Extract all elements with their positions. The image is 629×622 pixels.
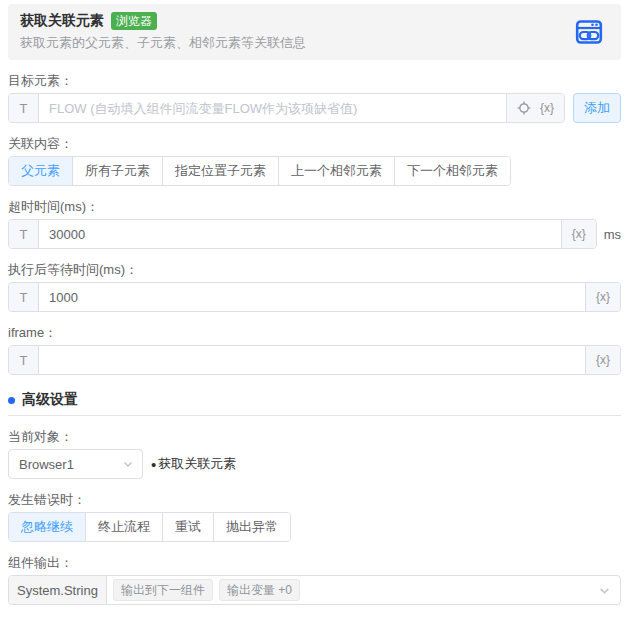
- element-picker-icon[interactable]: [517, 101, 531, 115]
- component-description: 获取元素的父元素、子元素、相邻元素等关联信息: [20, 34, 575, 52]
- target-element-label: 目标元素：: [8, 73, 621, 89]
- output-type: System.String: [9, 576, 107, 604]
- field-on-error: 发生错误时： 忽略继续 终止流程 重试 抛出异常: [8, 492, 621, 542]
- on-error-label: 发生错误时：: [8, 492, 621, 508]
- error-option-abort-flow[interactable]: 终止流程: [86, 513, 163, 541]
- output-tag-next-component[interactable]: 输出到下一组件: [113, 579, 213, 601]
- current-object-label: 当前对象：: [8, 429, 621, 445]
- field-relation-content: 关联内容： 父元素 所有子元素 指定位置子元素 上一个相邻元素 下一个相邻元素: [8, 136, 621, 186]
- page-title: 获取关联元素: [20, 12, 104, 30]
- section-divider: [8, 415, 621, 416]
- field-iframe: iframe： T {x}: [8, 325, 621, 375]
- category-badge: 浏览器: [111, 12, 157, 30]
- error-option-retry[interactable]: 重试: [163, 513, 214, 541]
- component-header: 获取关联元素 浏览器 获取元素的父元素、子元素、相邻元素等关联信息: [8, 4, 621, 60]
- current-object-value: Browser1: [19, 457, 122, 472]
- timeout-suffix: {x}: [561, 220, 596, 248]
- text-type-prefix: T: [9, 220, 39, 248]
- relation-segmented-group: 父元素 所有子元素 指定位置子元素 上一个相邻元素 下一个相邻元素: [8, 156, 511, 186]
- timeout-input[interactable]: [39, 220, 561, 248]
- timeout-label: 超时时间(ms)：: [8, 199, 621, 215]
- target-element-input[interactable]: [39, 94, 506, 122]
- field-component-output: 组件输出： System.String 输出到下一组件 输出变量 +0: [8, 555, 621, 605]
- current-object-select[interactable]: Browser1: [8, 449, 143, 479]
- field-current-object: 当前对象： Browser1 • 获取关联元素: [8, 429, 621, 479]
- browser-link-icon: [575, 18, 603, 46]
- iframe-input-group: T {x}: [8, 345, 621, 375]
- variable-icon[interactable]: {x}: [540, 101, 554, 115]
- wait-after-input[interactable]: [39, 283, 585, 311]
- iframe-label: iframe：: [8, 325, 621, 341]
- note-text: 获取关联元素: [158, 455, 236, 473]
- advanced-settings-header: 高级设置: [8, 391, 621, 415]
- variable-icon[interactable]: {x}: [596, 353, 610, 367]
- field-wait-after: 执行后等待时间(ms)： T {x}: [8, 262, 621, 312]
- relation-option-child-at-position[interactable]: 指定位置子元素: [163, 157, 279, 185]
- target-element-input-group: T {x}: [8, 93, 565, 123]
- wait-after-suffix: {x}: [585, 283, 620, 311]
- timeout-input-group: T {x}: [8, 219, 597, 249]
- relation-content-label: 关联内容：: [8, 136, 621, 152]
- text-type-prefix: T: [9, 94, 39, 122]
- target-element-suffix: {x}: [506, 94, 564, 122]
- error-option-ignore-continue[interactable]: 忽略继续: [9, 513, 86, 541]
- wait-after-label: 执行后等待时间(ms)：: [8, 262, 621, 278]
- advanced-settings-title: 高级设置: [22, 391, 78, 409]
- on-error-segmented-group: 忽略继续 终止流程 重试 抛出异常: [8, 512, 291, 542]
- timeout-unit: ms: [604, 227, 621, 242]
- variable-icon[interactable]: {x}: [596, 290, 610, 304]
- field-target-element: 目标元素： T {x}: [8, 73, 621, 123]
- error-option-throw-exception[interactable]: 抛出异常: [214, 513, 290, 541]
- relation-option-parent[interactable]: 父元素: [9, 157, 73, 185]
- chevron-down-icon: [598, 584, 620, 597]
- output-tag-variables[interactable]: 输出变量 +0: [219, 579, 300, 601]
- variable-icon[interactable]: {x}: [572, 227, 586, 241]
- current-object-note: • 获取关联元素: [151, 455, 236, 473]
- component-output-label: 组件输出：: [8, 555, 621, 571]
- relation-option-all-children[interactable]: 所有子元素: [73, 157, 163, 185]
- component-output-select[interactable]: System.String 输出到下一组件 输出变量 +0: [8, 575, 621, 605]
- wait-after-input-group: T {x}: [8, 282, 621, 312]
- field-timeout: 超时时间(ms)： T {x} ms: [8, 199, 621, 249]
- chevron-down-icon: [122, 458, 134, 470]
- text-type-prefix: T: [9, 283, 39, 311]
- section-dot-icon: [8, 397, 15, 404]
- relation-option-prev-sibling[interactable]: 上一个相邻元素: [279, 157, 395, 185]
- iframe-input[interactable]: [39, 346, 585, 374]
- note-bullet: •: [151, 457, 156, 472]
- component-config-panel: 获取关联元素 浏览器 获取元素的父元素、子元素、相邻元素等关联信息: [0, 4, 629, 622]
- header-text-block: 获取关联元素 浏览器 获取元素的父元素、子元素、相邻元素等关联信息: [20, 12, 575, 52]
- add-button[interactable]: 添加: [573, 93, 621, 123]
- relation-option-next-sibling[interactable]: 下一个相邻元素: [395, 157, 510, 185]
- text-type-prefix: T: [9, 346, 39, 374]
- iframe-suffix: {x}: [585, 346, 620, 374]
